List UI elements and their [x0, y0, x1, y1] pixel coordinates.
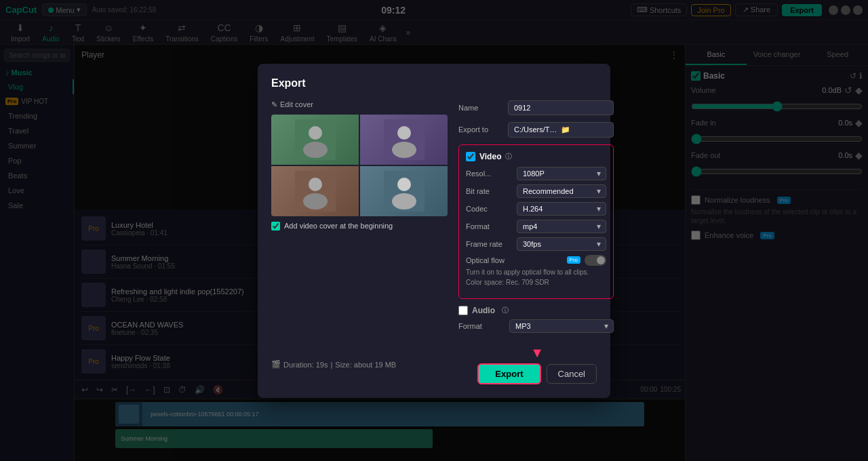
- modal-title: Export: [271, 77, 597, 89]
- optical-flow-desc: Turn it on to apply optical flow to all …: [466, 268, 606, 276]
- export-to-row: Export to C:/Users/TOPGUS/De... 📁: [458, 122, 614, 138]
- arrow-indicator: ▼: [477, 345, 597, 361]
- footer-actions-wrap: ▼ Export Cancel: [477, 345, 597, 384]
- audio-section: Audio ⓘ Format MP3 AAC: [458, 306, 614, 333]
- folder-icon[interactable]: 📁: [561, 125, 608, 134]
- preview-image-2: [384, 119, 425, 160]
- preview-cell-1: [271, 115, 359, 165]
- audio-format-row: Format MP3 AAC: [458, 319, 614, 333]
- video-section: Video ⓘ Resol... 1080P 720P 480P: [458, 144, 614, 299]
- modal-overlay: Export ✎ Edit cover: [0, 0, 868, 461]
- audio-header: Audio ⓘ: [458, 306, 614, 315]
- duration-label: Duration: 19s: [283, 361, 328, 369]
- modal-footer: 🎬 Duration: 19s | Size: about 19 MB ▼ Ex…: [271, 345, 597, 384]
- audio-title: Audio: [472, 306, 495, 315]
- preview-image-3: [295, 171, 336, 212]
- format-select[interactable]: mp4 mov: [517, 220, 606, 233]
- preview-cell-4: [360, 166, 448, 216]
- edit-icon: ✎: [271, 100, 277, 109]
- resolution-select[interactable]: 1080P 720P 480P: [517, 167, 606, 180]
- export-to-label: Export to: [458, 125, 502, 134]
- bitrate-select-wrap: Recommended Low High: [517, 184, 606, 198]
- preview-image-4: [384, 171, 425, 212]
- color-space: Color space: Rec. 709 SDR: [466, 279, 606, 286]
- svg-point-5: [392, 142, 416, 158]
- bitrate-row: Bit rate Recommended Low High: [466, 184, 606, 198]
- video-checkbox[interactable]: [466, 152, 475, 161]
- audio-format-label: Format: [458, 322, 509, 330]
- svg-point-10: [397, 178, 411, 191]
- footer-info: 🎬 Duration: 19s | Size: about 19 MB: [271, 360, 396, 369]
- resolution-select-wrap: 1080P 720P 480P: [517, 167, 606, 180]
- svg-point-11: [392, 193, 416, 209]
- codec-select-wrap: H.264 H.265: [517, 202, 606, 216]
- toggle-knob: [597, 256, 605, 264]
- modal-preview: ✎ Edit cover: [271, 100, 448, 337]
- format-select-wrap: mp4 mov: [517, 220, 606, 233]
- video-info-icon: ⓘ: [505, 152, 512, 161]
- preview-grid: [271, 115, 448, 216]
- bitrate-select[interactable]: Recommended Low High: [517, 184, 606, 198]
- down-arrow-icon: ▼: [477, 345, 597, 361]
- optical-pro-badge: Pro: [567, 256, 580, 264]
- duration-icon: 🎬: [271, 360, 281, 369]
- framerate-select[interactable]: 30fps 24fps 60fps: [517, 237, 606, 251]
- codec-select[interactable]: H.264 H.265: [517, 202, 606, 216]
- optical-toggle[interactable]: [585, 255, 606, 266]
- codec-row: Codec H.264 H.265: [466, 202, 606, 216]
- optical-flow-label: Optical flow: [466, 256, 563, 264]
- export-to-field[interactable]: C:/Users/TOPGUS/De... 📁: [508, 122, 614, 138]
- svg-point-2: [303, 142, 328, 158]
- svg-point-8: [303, 193, 328, 209]
- framerate-row: Frame rate 30fps 24fps 60fps: [466, 237, 606, 251]
- audio-checkbox[interactable]: [458, 306, 468, 315]
- modal-fields: Name Export to C:/Users/TOPGUS/De... 📁 V…: [458, 100, 614, 337]
- resolution-label: Resol...: [466, 169, 517, 178]
- add-cover-checkbox[interactable]: [271, 222, 280, 230]
- export-button[interactable]: Export: [477, 363, 540, 384]
- svg-point-1: [309, 126, 322, 140]
- size-label: Size: about 19 MB: [335, 361, 396, 369]
- cancel-button[interactable]: Cancel: [547, 364, 597, 384]
- name-label: Name: [458, 104, 502, 112]
- audio-info-icon: ⓘ: [502, 306, 509, 315]
- codec-label: Codec: [466, 205, 517, 213]
- preview-image-1: [295, 119, 336, 160]
- resolution-row: Resol... 1080P 720P 480P: [466, 167, 606, 180]
- add-cover-row: Add video cover at the beginning: [271, 222, 448, 230]
- optical-flow-row: Optical flow Pro: [466, 255, 606, 266]
- svg-point-4: [397, 126, 411, 140]
- export-modal: Export ✎ Edit cover: [258, 64, 610, 398]
- svg-point-7: [309, 178, 322, 191]
- edit-cover-button[interactable]: ✎ Edit cover: [271, 100, 448, 109]
- format-label: Format: [466, 222, 517, 230]
- footer-actions: Export Cancel: [477, 363, 597, 384]
- bitrate-label: Bit rate: [466, 187, 517, 195]
- modal-body: ✎ Edit cover: [271, 100, 597, 337]
- audio-format-select[interactable]: MP3 AAC: [509, 319, 614, 333]
- export-to-value: C:/Users/TOPGUS/De...: [514, 125, 561, 134]
- preview-cell-2: [360, 115, 448, 165]
- framerate-label: Frame rate: [466, 240, 517, 248]
- preview-cell-3: [271, 166, 359, 216]
- audio-format-select-wrap: MP3 AAC: [509, 319, 614, 333]
- format-row: Format mp4 mov: [466, 220, 606, 233]
- video-header: Video ⓘ: [466, 152, 606, 161]
- framerate-select-wrap: 30fps 24fps 60fps: [517, 237, 606, 251]
- name-input[interactable]: [508, 100, 614, 115]
- name-field-row: Name: [458, 100, 614, 115]
- video-title: Video: [479, 152, 501, 161]
